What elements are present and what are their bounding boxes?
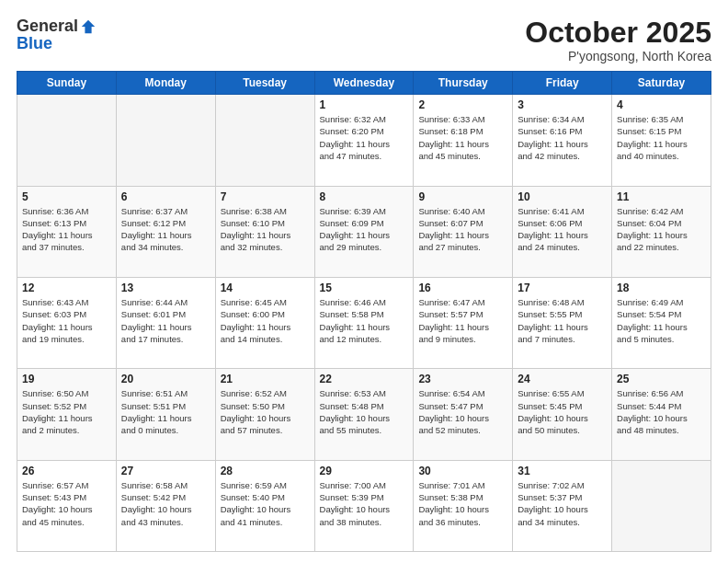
table-row — [215, 95, 314, 186]
logo-text: General — [17, 17, 97, 36]
day-info: Sunrise: 6:34 AM Sunset: 6:16 PM Dayligh… — [518, 113, 607, 162]
table-row: 5Sunrise: 6:36 AM Sunset: 6:13 PM Daylig… — [17, 186, 117, 277]
day-number: 25 — [617, 373, 706, 385]
day-number: 11 — [617, 190, 706, 203]
svg-marker-0 — [82, 19, 95, 32]
day-number: 24 — [518, 373, 607, 385]
day-info: Sunrise: 6:33 AM Sunset: 6:18 PM Dayligh… — [418, 113, 507, 162]
day-number: 2 — [418, 98, 507, 111]
table-row: 4Sunrise: 6:35 AM Sunset: 6:15 PM Daylig… — [612, 95, 711, 186]
table-row: 29Sunrise: 7:00 AM Sunset: 5:39 PM Dayli… — [314, 460, 414, 551]
table-row: 3Sunrise: 6:34 AM Sunset: 6:16 PM Daylig… — [513, 95, 612, 186]
day-info: Sunrise: 6:57 AM Sunset: 5:43 PM Dayligh… — [22, 479, 111, 528]
day-info: Sunrise: 6:38 AM Sunset: 6:10 PM Dayligh… — [221, 205, 310, 254]
table-row: 20Sunrise: 6:51 AM Sunset: 5:51 PM Dayli… — [116, 369, 215, 460]
day-info: Sunrise: 6:35 AM Sunset: 6:15 PM Dayligh… — [617, 113, 706, 162]
col-friday: Friday — [513, 72, 612, 95]
table-row: 24Sunrise: 6:55 AM Sunset: 5:45 PM Dayli… — [513, 369, 612, 460]
col-saturday: Saturday — [612, 72, 711, 95]
day-number: 13 — [121, 282, 210, 294]
page: General Blue October 2025 P'yongsong, No… — [0, 0, 728, 563]
day-info: Sunrise: 6:43 AM Sunset: 6:03 PM Dayligh… — [22, 296, 111, 345]
table-row: 14Sunrise: 6:45 AM Sunset: 6:00 PM Dayli… — [215, 277, 314, 368]
day-number: 22 — [320, 373, 409, 385]
table-row: 2Sunrise: 6:33 AM Sunset: 6:18 PM Daylig… — [414, 95, 513, 186]
day-number: 8 — [320, 190, 409, 203]
table-row: 23Sunrise: 6:54 AM Sunset: 5:47 PM Dayli… — [414, 369, 513, 460]
logo-icon — [80, 18, 97, 35]
day-number: 19 — [22, 373, 111, 385]
table-row: 26Sunrise: 6:57 AM Sunset: 5:43 PM Dayli… — [17, 460, 117, 551]
table-row: 30Sunrise: 7:01 AM Sunset: 5:38 PM Dayli… — [414, 460, 513, 551]
table-row: 6Sunrise: 6:37 AM Sunset: 6:12 PM Daylig… — [116, 186, 215, 277]
calendar-week-1: 5Sunrise: 6:36 AM Sunset: 6:13 PM Daylig… — [17, 186, 711, 277]
table-row — [17, 95, 117, 186]
table-row: 7Sunrise: 6:38 AM Sunset: 6:10 PM Daylig… — [215, 186, 314, 277]
day-number: 1 — [320, 98, 409, 111]
day-number: 26 — [22, 465, 111, 477]
calendar-table: Sunday Monday Tuesday Wednesday Thursday… — [17, 71, 711, 552]
day-number: 12 — [22, 282, 111, 294]
day-number: 10 — [518, 190, 607, 203]
title-block: October 2025 P'yongsong, North Korea — [525, 17, 711, 63]
day-info: Sunrise: 6:40 AM Sunset: 6:07 PM Dayligh… — [418, 205, 507, 254]
calendar-week-3: 19Sunrise: 6:50 AM Sunset: 5:52 PM Dayli… — [17, 369, 711, 460]
table-row: 27Sunrise: 6:58 AM Sunset: 5:42 PM Dayli… — [116, 460, 215, 551]
day-number: 28 — [221, 465, 310, 477]
day-info: Sunrise: 6:36 AM Sunset: 6:13 PM Dayligh… — [22, 205, 111, 254]
table-row: 18Sunrise: 6:49 AM Sunset: 5:54 PM Dayli… — [612, 277, 711, 368]
day-info: Sunrise: 6:56 AM Sunset: 5:44 PM Dayligh… — [617, 387, 706, 436]
day-number: 23 — [418, 373, 507, 385]
day-number: 21 — [221, 373, 310, 385]
day-number: 16 — [418, 282, 507, 294]
calendar-week-0: 1Sunrise: 6:32 AM Sunset: 6:20 PM Daylig… — [17, 95, 711, 186]
day-info: Sunrise: 6:54 AM Sunset: 5:47 PM Dayligh… — [418, 387, 507, 436]
calendar-week-2: 12Sunrise: 6:43 AM Sunset: 6:03 PM Dayli… — [17, 277, 711, 368]
day-info: Sunrise: 7:01 AM Sunset: 5:38 PM Dayligh… — [418, 479, 507, 528]
day-info: Sunrise: 7:00 AM Sunset: 5:39 PM Dayligh… — [320, 479, 409, 528]
day-info: Sunrise: 6:44 AM Sunset: 6:01 PM Dayligh… — [121, 296, 210, 345]
day-info: Sunrise: 6:52 AM Sunset: 5:50 PM Dayligh… — [221, 387, 310, 436]
day-info: Sunrise: 6:51 AM Sunset: 5:51 PM Dayligh… — [121, 387, 210, 436]
table-row: 8Sunrise: 6:39 AM Sunset: 6:09 PM Daylig… — [314, 186, 414, 277]
calendar-week-4: 26Sunrise: 6:57 AM Sunset: 5:43 PM Dayli… — [17, 460, 711, 551]
col-sunday: Sunday — [17, 72, 117, 95]
day-info: Sunrise: 6:59 AM Sunset: 5:40 PM Dayligh… — [221, 479, 310, 528]
day-number: 31 — [518, 465, 607, 477]
table-row: 10Sunrise: 6:41 AM Sunset: 6:06 PM Dayli… — [513, 186, 612, 277]
table-row: 25Sunrise: 6:56 AM Sunset: 5:44 PM Dayli… — [612, 369, 711, 460]
day-number: 30 — [418, 465, 507, 477]
table-row: 28Sunrise: 6:59 AM Sunset: 5:40 PM Dayli… — [215, 460, 314, 551]
day-info: Sunrise: 6:48 AM Sunset: 5:55 PM Dayligh… — [518, 296, 607, 345]
table-row — [116, 95, 215, 186]
table-row: 9Sunrise: 6:40 AM Sunset: 6:07 PM Daylig… — [414, 186, 513, 277]
col-tuesday: Tuesday — [215, 72, 314, 95]
table-row: 19Sunrise: 6:50 AM Sunset: 5:52 PM Dayli… — [17, 369, 117, 460]
table-row: 22Sunrise: 6:53 AM Sunset: 5:48 PM Dayli… — [314, 369, 414, 460]
table-row — [612, 460, 711, 551]
day-info: Sunrise: 6:41 AM Sunset: 6:06 PM Dayligh… — [518, 205, 607, 254]
table-row: 31Sunrise: 7:02 AM Sunset: 5:37 PM Dayli… — [513, 460, 612, 551]
day-info: Sunrise: 6:39 AM Sunset: 6:09 PM Dayligh… — [320, 205, 409, 254]
table-row: 17Sunrise: 6:48 AM Sunset: 5:55 PM Dayli… — [513, 277, 612, 368]
calendar-header-row: Sunday Monday Tuesday Wednesday Thursday… — [17, 72, 711, 95]
day-info: Sunrise: 6:50 AM Sunset: 5:52 PM Dayligh… — [22, 387, 111, 436]
location: P'yongsong, North Korea — [525, 49, 711, 63]
day-number: 7 — [221, 190, 310, 203]
day-number: 9 — [418, 190, 507, 203]
day-info: Sunrise: 6:46 AM Sunset: 5:58 PM Dayligh… — [320, 296, 409, 345]
logo: General Blue — [17, 17, 97, 53]
day-info: Sunrise: 6:55 AM Sunset: 5:45 PM Dayligh… — [518, 387, 607, 436]
col-thursday: Thursday — [414, 72, 513, 95]
day-number: 4 — [617, 98, 706, 111]
table-row: 13Sunrise: 6:44 AM Sunset: 6:01 PM Dayli… — [116, 277, 215, 368]
table-row: 16Sunrise: 6:47 AM Sunset: 5:57 PM Dayli… — [414, 277, 513, 368]
col-wednesday: Wednesday — [314, 72, 414, 95]
month-title: October 2025 — [525, 17, 711, 49]
header: General Blue October 2025 P'yongsong, No… — [17, 17, 711, 63]
logo-blue: Blue — [17, 34, 52, 53]
day-number: 29 — [320, 465, 409, 477]
table-row: 15Sunrise: 6:46 AM Sunset: 5:58 PM Dayli… — [314, 277, 414, 368]
table-row: 11Sunrise: 6:42 AM Sunset: 6:04 PM Dayli… — [612, 186, 711, 277]
table-row: 1Sunrise: 6:32 AM Sunset: 6:20 PM Daylig… — [314, 95, 414, 186]
